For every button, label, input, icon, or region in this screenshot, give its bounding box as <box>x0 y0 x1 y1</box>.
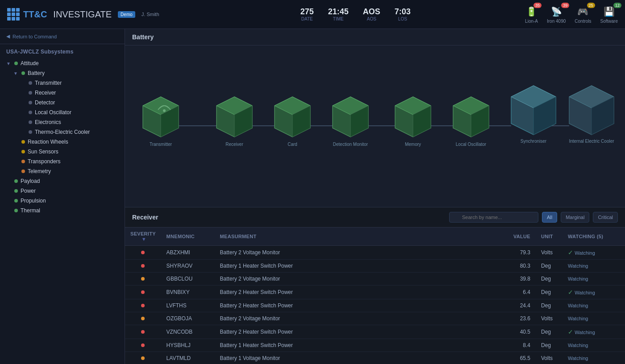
filter-critical-button[interactable]: Critical <box>593 212 618 223</box>
cell-watching: Watching <box>562 339 625 352</box>
username-label: J. Smith <box>142 12 159 17</box>
cell-value: 40.5 <box>500 325 536 339</box>
tree-item-label: Reaction Wheels <box>28 139 68 145</box>
indicator-badge: 12 <box>613 3 621 8</box>
sidebar-tree-item[interactable]: Payload <box>0 176 125 186</box>
svg-text:Transmitter: Transmitter <box>150 142 172 147</box>
table-row: VZNCODB Battery 2 Heater Switch Power 40… <box>125 325 625 339</box>
tree-status-dot <box>29 111 32 114</box>
sidebar-tree-item[interactable]: Electronics <box>0 117 125 127</box>
col-header-unit: Unit <box>536 228 562 246</box>
indicator-label: Controls <box>575 19 591 24</box>
tree-status-dot <box>14 62 18 65</box>
stat-item: 275Date <box>300 7 314 21</box>
severity-dot <box>141 356 145 360</box>
assembly-svg: Transmitter Receiver Card <box>134 52 616 199</box>
cell-unit: Deg <box>536 325 562 339</box>
watching-checkmark: ✓ <box>568 289 573 296</box>
search-wrapper: 🔍 <box>449 212 538 223</box>
cell-value: 6.4 <box>500 285 536 299</box>
stat-label: AOS <box>367 17 376 21</box>
mnemonic-table-container: Severity ▼ Mnemonic Measurment Value Uni… <box>125 228 625 364</box>
cell-watching: ✓ Watching <box>562 246 625 260</box>
filter-all-button[interactable]: All <box>542 212 557 223</box>
sidebar-tree-item[interactable]: Detector <box>0 98 125 108</box>
stat-value: AOS <box>363 7 380 17</box>
tree-status-dot <box>29 130 32 134</box>
cell-measurement: Battery 2 Heater Switch Power <box>215 299 500 312</box>
stat-label: Time <box>333 17 344 21</box>
severity-dot <box>141 290 145 294</box>
sidebar-tree-item[interactable]: Transmitter <box>0 78 125 88</box>
cell-measurement: Battery 1 Heater Switch Power <box>215 260 500 273</box>
sidebar-tree-item[interactable]: Local Oscillator <box>0 108 125 117</box>
cell-unit: Volts <box>536 246 562 260</box>
sidebar-tree-item[interactable]: Propulsion <box>0 196 125 206</box>
severity-dot <box>141 277 145 281</box>
cell-watching: ✓ Watching <box>562 325 625 339</box>
cell-watching: Watching <box>562 260 625 273</box>
stat-label: LOS <box>398 17 407 21</box>
search-filter-area: 🔍 All Marginal Critical <box>449 212 618 223</box>
tree-item-label: Power <box>21 188 36 194</box>
sidebar-tree-item[interactable]: ▼ Battery <box>0 68 125 78</box>
cell-mnemonic: HYSBHLJ <box>161 339 215 352</box>
sidebar-tree-item[interactable]: Reaction Wheels <box>0 137 125 147</box>
cell-severity <box>125 260 161 273</box>
sidebar-tree-item[interactable]: ▼ Attitude <box>0 58 125 68</box>
sidebar-tree-item[interactable]: Sun Sensors <box>0 147 125 157</box>
sidebar-tree-item[interactable]: Thermo-Electric Cooler <box>0 127 125 137</box>
indicator-badge: 35 <box>533 3 542 8</box>
search-input[interactable] <box>449 212 538 223</box>
sidebar-tree-item[interactable]: Transponders <box>0 157 125 166</box>
indicator-icon: 💾 <box>603 5 615 18</box>
stat-value: 21:45 <box>328 7 349 17</box>
watching-status-label: Watching <box>568 356 588 361</box>
cell-measurement: Battery 2 Voltage Monitor <box>215 246 500 260</box>
indicator-label: Lion-A <box>525 19 538 24</box>
col-header-mnemonic: Mnemonic <box>161 228 215 246</box>
main-layout: ◀ Return to Command USA-JWCLZ Subsystems… <box>0 29 625 364</box>
table-body: ABZXHMI Battery 2 Voltage Monitor 79.3 V… <box>125 246 625 364</box>
back-to-command-button[interactable]: ◀ Return to Command <box>0 29 125 44</box>
cell-value: 79.3 <box>500 246 536 260</box>
col-header-severity: Severity ▼ <box>125 228 161 246</box>
cell-value: 23.6 <box>500 312 536 325</box>
indicator-icon: 📡 <box>550 5 562 18</box>
severity-dot <box>141 330 145 334</box>
col-header-measurement: Measurment <box>215 228 500 246</box>
indicator-item: 12 💾 Software <box>600 5 618 24</box>
tree-item-label: Thermal <box>21 207 40 214</box>
cell-measurement: Battery 2 Heater Switch Power <box>215 325 500 339</box>
cell-mnemonic: OZGBOJA <box>161 312 215 325</box>
cell-severity <box>125 285 161 299</box>
watching-checkmark: ✓ <box>568 328 573 335</box>
watching-checkmark: ✓ <box>568 249 573 256</box>
cell-value: 65.5 <box>500 352 536 364</box>
stat-item: AOSAOS <box>363 7 380 21</box>
sidebar-tree-item[interactable]: Telemetry <box>0 166 125 176</box>
battery-panel-title: Battery <box>125 29 625 46</box>
indicator-item: 35 🔋 Lion-A <box>525 5 538 24</box>
stat-value: 275 <box>300 7 314 17</box>
cell-measurement: Battery 2 Heater Switch Power <box>215 285 500 299</box>
cell-unit: Deg <box>536 273 562 285</box>
mnemonic-data-table: Severity ▼ Mnemonic Measurment Value Uni… <box>125 228 625 364</box>
svg-text:Memory: Memory <box>405 142 421 147</box>
filter-marginal-button[interactable]: Marginal <box>561 212 589 223</box>
tree-item-label: Sun Sensors <box>28 149 58 155</box>
watching-status-label: Watching <box>568 343 588 348</box>
sidebar-tree-item[interactable]: Receiver <box>0 88 125 98</box>
watching-status-label: Watching <box>568 263 588 269</box>
sidebar-tree-item[interactable]: Thermal <box>0 206 125 215</box>
cell-watching: Watching <box>562 352 625 364</box>
stat-label: Date <box>301 17 313 21</box>
indicator-label: Software <box>600 19 618 24</box>
back-label: Return to Command <box>12 34 57 39</box>
tree-status-dot <box>14 209 18 212</box>
cell-severity <box>125 299 161 312</box>
cell-measurement: Battery 2 Voltage Monitor <box>215 273 500 285</box>
indicator-item: 25 🎮 Controls <box>575 5 591 24</box>
tree-item-label: Receiver <box>35 90 56 96</box>
sidebar-tree-item[interactable]: Power <box>0 186 125 196</box>
